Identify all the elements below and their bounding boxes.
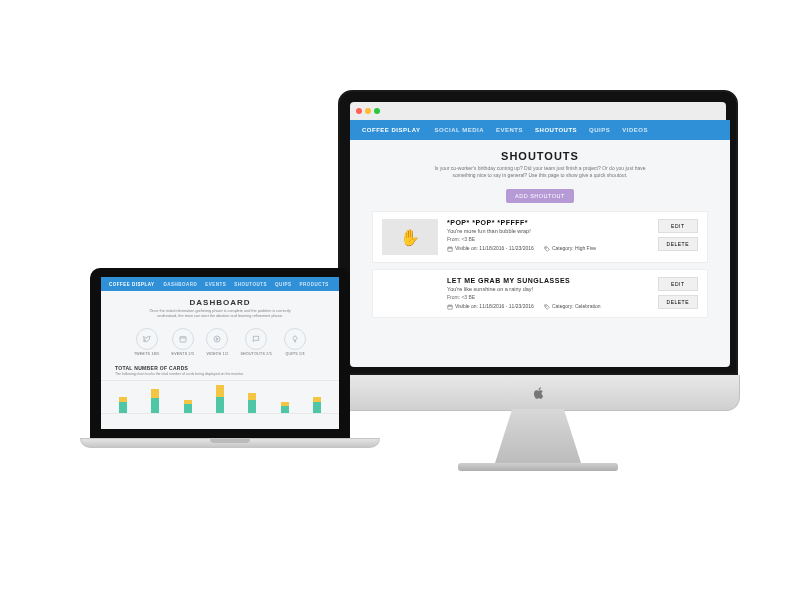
shoutout-body: *POP* *POP* *PFFFF* You're more fun than… (447, 219, 649, 252)
shoutout-actions: EDIT DELETE (658, 219, 698, 251)
calendar-icon (447, 246, 453, 252)
nav-quips[interactable]: QUIPS (589, 127, 610, 133)
nav-dashboard[interactable]: DASHBOARD (164, 282, 198, 287)
nav-quips[interactable]: QUIPS (275, 282, 292, 287)
page-header: SHOUTOUTS Is your co-worker's birthday c… (350, 140, 730, 183)
bulb-icon (291, 335, 299, 343)
page-header: DASHBOARD Once the initial information g… (101, 291, 339, 322)
shoutout-from: From: <3 BE (447, 236, 649, 242)
svg-rect-0 (448, 247, 453, 251)
stat-label: EVENTS 2/5 (172, 352, 195, 356)
stat-events[interactable]: EVENTS 2/5 (172, 328, 195, 356)
stat-circles: TWEETS 18/5 EVENTS 2/5 VIDEOS 1/2 SHOUTO… (101, 322, 339, 361)
shoutout-meta: Visible on: 11/18/2016 - 11/23/2016 Cate… (447, 245, 649, 252)
calendar-icon (447, 304, 453, 310)
shoutout-card: LET ME GRAB MY SUNGLASSES You're like su… (372, 269, 708, 318)
browser-chrome (350, 102, 726, 120)
bar (151, 389, 159, 413)
stat-label: QUIPS 1/3 (284, 352, 306, 356)
svg-point-1 (546, 247, 547, 248)
stat-videos[interactable]: VIDEOS 1/2 (206, 328, 228, 356)
imac-base (458, 463, 618, 471)
svg-point-3 (546, 305, 547, 306)
bar (184, 400, 192, 413)
apple-logo-icon (532, 386, 546, 400)
shoutout-thumb: ✋ (382, 219, 438, 255)
shoutout-subtitle: You're more fun than bubble wrap! (447, 228, 649, 234)
shoutout-title: *POP* *POP* *PFFFF* (447, 219, 649, 226)
bar (313, 397, 321, 414)
page-title: SHOUTOUTS (380, 150, 700, 162)
svg-point-5 (214, 336, 220, 342)
play-icon (213, 335, 221, 343)
section-subtitle: The following chart tracks the total num… (101, 372, 339, 381)
macbook-device: COFFEE DISPLAY DASHBOARD EVENTS SHOUTOUT… (80, 268, 360, 448)
delete-button[interactable]: DELETE (658, 295, 698, 309)
shoutout-card: ✋ *POP* *POP* *PFFFF* You're more fun th… (372, 211, 708, 263)
calendar-icon (179, 335, 187, 343)
page-subtitle: Is your co-worker's birthday coming up? … (430, 165, 650, 179)
nav-videos[interactable]: VIDEOS (622, 127, 648, 133)
bar (281, 402, 289, 413)
shoutout-category: Category: High Five (552, 245, 596, 251)
stat-label: TWEETS 18/5 (134, 352, 160, 356)
svg-rect-4 (180, 337, 186, 342)
nav-products[interactable]: PRODUCTS (300, 282, 329, 287)
section-header: TOTAL NUMBER OF CARDS (101, 361, 339, 372)
stat-label: VIDEOS 1/2 (206, 352, 228, 356)
brand: COFFEE DISPLAY (362, 127, 420, 133)
shoutout-visible: Visible on: 11/18/2016 - 11/23/2016 (455, 245, 534, 251)
nav-shoutouts[interactable]: SHOUTOUTS (535, 127, 577, 133)
topnav: DASHBOARD EVENTS SHOUTOUTS QUIPS PRODUCT… (164, 282, 329, 287)
imac-screen: COFFEE DISPLAY SOCIAL MEDIA EVENTS SHOUT… (338, 90, 738, 375)
bar-chart (101, 380, 339, 414)
shoutout-body: LET ME GRAB MY SUNGLASSES You're like su… (447, 277, 649, 310)
macbook-base (80, 438, 380, 448)
nav-shoutouts[interactable]: SHOUTOUTS (234, 282, 267, 287)
macbook-screen: COFFEE DISPLAY DASHBOARD EVENTS SHOUTOUT… (90, 268, 350, 438)
nav-events[interactable]: EVENTS (205, 282, 226, 287)
dashboard-app: COFFEE DISPLAY DASHBOARD EVENTS SHOUTOUT… (101, 277, 339, 429)
shoutout-actions: EDIT DELETE (658, 277, 698, 309)
bar (119, 397, 127, 414)
shoutout-visible: Visible on: 11/18/2016 - 11/23/2016 (455, 303, 534, 309)
page-title: DASHBOARD (121, 298, 319, 307)
shoutout-meta: Visible on: 11/18/2016 - 11/23/2016 Cate… (447, 303, 649, 310)
edit-button[interactable]: EDIT (658, 219, 698, 233)
shoutouts-app: COFFEE DISPLAY SOCIAL MEDIA EVENTS SHOUT… (350, 120, 730, 367)
imac-device: COFFEE DISPLAY SOCIAL MEDIA EVENTS SHOUT… (338, 90, 738, 471)
shoutout-category: Category: Celebration (552, 303, 601, 309)
brand: COFFEE DISPLAY (109, 282, 155, 287)
bar (216, 385, 224, 413)
topbar: COFFEE DISPLAY DASHBOARD EVENTS SHOUTOUT… (101, 277, 339, 291)
delete-button[interactable]: DELETE (658, 237, 698, 251)
bar (248, 393, 256, 414)
nav-events[interactable]: EVENTS (496, 127, 523, 133)
svg-rect-2 (448, 305, 453, 309)
topbar: COFFEE DISPLAY SOCIAL MEDIA EVENTS SHOUT… (350, 120, 730, 140)
stat-quips[interactable]: QUIPS 1/3 (284, 328, 306, 356)
tag-icon (544, 246, 550, 252)
stat-tweets[interactable]: TWEETS 18/5 (134, 328, 160, 356)
edit-button[interactable]: EDIT (658, 277, 698, 291)
stat-shoutouts[interactable]: SHOUTOUTS 2/5 (240, 328, 272, 356)
page-subtitle: Once the initial information gathering p… (140, 309, 300, 319)
chat-icon (252, 335, 260, 343)
add-shoutout-button[interactable]: ADD SHOUTOUT (506, 189, 574, 203)
shoutout-subtitle: You're like sunshine on a rainy day! (447, 286, 649, 292)
twitter-icon (143, 335, 151, 343)
shoutout-from: From: <3 BE (447, 294, 649, 300)
shoutout-title: LET ME GRAB MY SUNGLASSES (447, 277, 649, 284)
stat-label: SHOUTOUTS 2/5 (240, 352, 272, 356)
nav-social-media[interactable]: SOCIAL MEDIA (434, 127, 484, 133)
imac-stand (495, 409, 581, 463)
topnav: SOCIAL MEDIA EVENTS SHOUTOUTS QUIPS VIDE… (434, 127, 648, 133)
tag-icon (544, 304, 550, 310)
imac-chin (338, 375, 740, 411)
